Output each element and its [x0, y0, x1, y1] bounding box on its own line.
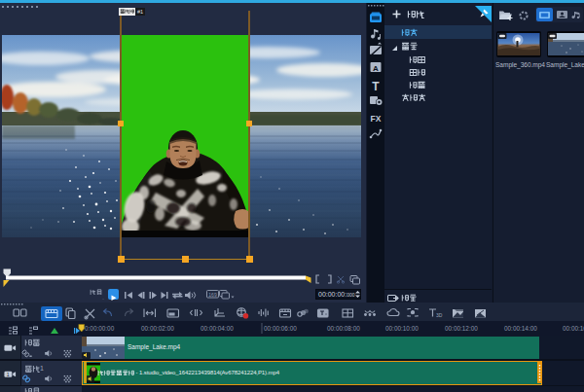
svg-text:169: 169 — [208, 292, 217, 298]
svg-text:00:00:10:00: 00:00:10:00 — [385, 325, 419, 332]
svg-text:00:00:16:0: 00:00:16:0 — [563, 325, 584, 332]
svg-text:00:00:12:00: 00:00:12:00 — [445, 325, 478, 332]
svg-text:A: A — [373, 64, 379, 73]
svg-text:00:00:08:00: 00:00:08:00 — [327, 325, 360, 332]
svg-text:00:00:14:00: 00:00:14:00 — [504, 325, 537, 332]
svg-text:00:00:04:00: 00:00:04:00 — [201, 325, 234, 332]
svg-text:FX: FX — [371, 114, 382, 124]
svg-text:00:00:02:00: 00:00:02:00 — [141, 325, 174, 332]
svg-text:1: 1 — [7, 371, 10, 376]
svg-text:00:00:06:00: 00:00:06:00 — [264, 325, 297, 332]
svg-text:0:00:00:00: 0:00:00:00 — [85, 325, 115, 332]
svg-text:T: T — [372, 80, 380, 93]
svg-text:3D: 3D — [436, 312, 443, 318]
